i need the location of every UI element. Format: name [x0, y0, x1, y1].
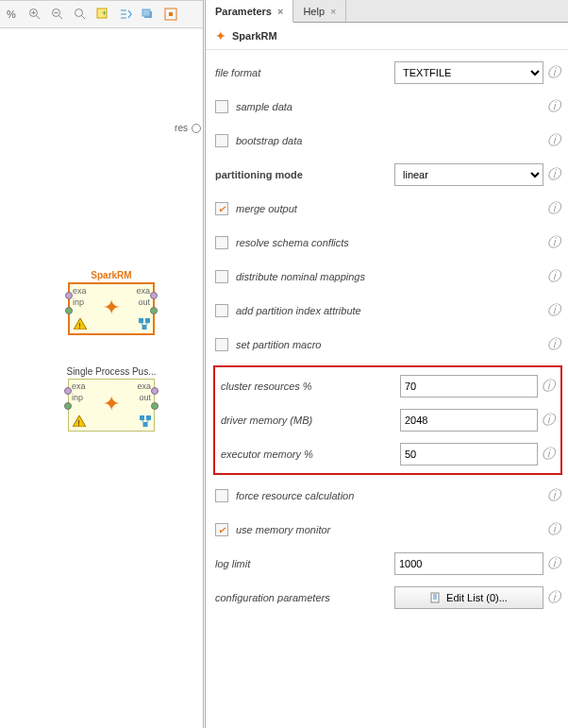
operator-sparkrm[interactable]: SparkRM exa exa inp out ✦ !	[64, 270, 159, 335]
param-sample-data: sample data ⓘ	[213, 90, 562, 124]
warning-icon: !	[73, 415, 86, 429]
close-icon[interactable]: ×	[330, 6, 336, 17]
operator-title: Single Process Pus...	[64, 366, 159, 377]
fit-screen-icon[interactable]	[162, 6, 179, 23]
info-icon[interactable]: ⓘ	[543, 302, 560, 319]
arrange-icon[interactable]	[117, 6, 134, 23]
checkbox[interactable]	[215, 270, 228, 283]
param-resolve-schema: resolve schema conflicts ⓘ	[213, 226, 562, 260]
operator-box[interactable]: exa exa inp out ✦ !	[68, 282, 155, 335]
close-icon[interactable]: ×	[277, 6, 283, 17]
operator-single-process[interactable]: Single Process Pus... exa exa inp out ✦ …	[64, 366, 159, 432]
partitioning-mode-select[interactable]: linear	[394, 163, 543, 186]
checkbox[interactable]	[215, 338, 228, 351]
param-bootstrap-data: bootstrap data ⓘ	[213, 124, 562, 158]
info-icon[interactable]: ⓘ	[538, 378, 555, 395]
checkbox[interactable]: ✔	[215, 523, 228, 536]
svg-text:%: %	[7, 8, 16, 20]
tab-parameters[interactable]: Parameters ×	[206, 0, 293, 23]
svg-line-9	[82, 16, 86, 20]
info-icon[interactable]: ⓘ	[543, 200, 560, 217]
subprocess-icon[interactable]	[139, 318, 150, 331]
svg-rect-17	[139, 318, 143, 323]
port-icon[interactable]	[150, 292, 158, 299]
star-icon: ✦	[103, 296, 120, 320]
param-partitioning-mode: partitioning mode linear ⓘ	[213, 158, 562, 192]
subprocess-icon[interactable]	[140, 415, 151, 429]
svg-line-6	[59, 16, 63, 20]
info-icon[interactable]: ⓘ	[538, 446, 555, 463]
param-file-format: file format TEXTFILE ⓘ	[213, 56, 562, 90]
svg-text:+: +	[102, 8, 107, 18]
info-icon[interactable]: ⓘ	[543, 521, 560, 538]
cluster-resources-input[interactable]	[400, 375, 538, 398]
zoom-reset-icon[interactable]	[72, 6, 89, 23]
layers-icon[interactable]	[140, 6, 157, 23]
result-port: res	[175, 123, 201, 133]
param-configuration-parameters: configuration parameters Edit List (0)..…	[213, 581, 562, 615]
info-icon[interactable]: ⓘ	[543, 487, 560, 504]
param-force-resource: force resource calculation ⓘ	[213, 479, 562, 513]
svg-point-8	[75, 9, 83, 17]
checkbox[interactable]	[215, 304, 228, 317]
port-icon[interactable]	[150, 307, 158, 314]
info-icon[interactable]: ⓘ	[543, 234, 560, 251]
tab-bar: Parameters × Help ×	[206, 0, 568, 23]
svg-rect-23	[140, 415, 144, 420]
param-driver-memory: driver memory (MB) ⓘ	[219, 403, 557, 437]
svg-line-2	[37, 16, 41, 20]
log-limit-input[interactable]	[394, 552, 543, 575]
star-icon: ✦	[103, 392, 120, 416]
parameter-list: file format TEXTFILE ⓘ sample data ⓘ boo…	[206, 50, 568, 620]
svg-text:!: !	[78, 321, 81, 330]
svg-text:!: !	[77, 418, 80, 428]
port-icon[interactable]	[64, 402, 72, 410]
port-icon[interactable]	[65, 307, 73, 314]
tab-help[interactable]: Help ×	[293, 0, 346, 22]
zoom-out-icon[interactable]	[49, 6, 66, 23]
param-distribute-nominal: distribute nominal mappings ⓘ	[213, 260, 562, 294]
param-merge-output: ✔ merge output ⓘ	[213, 192, 562, 226]
info-icon[interactable]: ⓘ	[543, 132, 560, 149]
process-canvas: % + res SparkRM exa exa i	[0, 0, 204, 728]
svg-rect-15	[169, 12, 173, 16]
panel-header: ✦ SparkRM	[206, 23, 568, 50]
add-note-icon[interactable]: +	[94, 6, 111, 23]
star-icon: ✦	[215, 28, 226, 43]
checkbox[interactable]	[215, 100, 228, 113]
driver-memory-input[interactable]	[400, 409, 538, 432]
warning-icon: !	[74, 318, 87, 331]
port-icon[interactable]	[64, 387, 72, 395]
param-executor-memory: executor memory % ⓘ	[219, 437, 557, 471]
highlighted-params: cluster resources % ⓘ driver memory (MB)…	[213, 365, 562, 475]
info-icon[interactable]: ⓘ	[543, 336, 560, 353]
checkbox[interactable]	[215, 134, 228, 147]
operator-title: SparkRM	[64, 270, 159, 280]
checkbox[interactable]	[215, 236, 228, 249]
port-icon[interactable]	[192, 124, 201, 133]
param-set-partition-macro: set partition macro ⓘ	[213, 328, 562, 362]
file-format-select[interactable]: TEXTFILE	[394, 61, 543, 84]
percent-icon[interactable]: %	[4, 6, 21, 23]
zoom-in-icon[interactable]	[26, 6, 43, 23]
info-icon[interactable]: ⓘ	[543, 268, 560, 285]
info-icon[interactable]: ⓘ	[543, 555, 560, 572]
port-icon[interactable]	[151, 402, 159, 410]
port-icon[interactable]	[65, 292, 73, 299]
info-icon[interactable]: ⓘ	[543, 64, 560, 81]
svg-rect-24	[146, 415, 151, 420]
info-icon[interactable]: ⓘ	[543, 589, 560, 606]
canvas-content[interactable]: res SparkRM exa exa inp out ✦ !	[0, 28, 203, 728]
param-add-partition-index: add partition index attribute ⓘ	[213, 294, 562, 328]
executor-memory-input[interactable]	[400, 443, 538, 466]
param-cluster-resources: cluster resources % ⓘ	[219, 369, 557, 403]
info-icon[interactable]: ⓘ	[538, 412, 555, 429]
port-icon[interactable]	[151, 387, 159, 395]
info-icon[interactable]: ⓘ	[543, 166, 560, 183]
edit-list-button[interactable]: Edit List (0)...	[394, 586, 543, 609]
checkbox[interactable]	[215, 489, 228, 502]
info-icon[interactable]: ⓘ	[543, 98, 560, 115]
checkbox[interactable]: ✔	[215, 202, 228, 215]
param-use-memory-monitor: ✔ use memory monitor ⓘ	[213, 513, 562, 547]
operator-box[interactable]: exa exa inp out ✦ !	[68, 379, 155, 432]
